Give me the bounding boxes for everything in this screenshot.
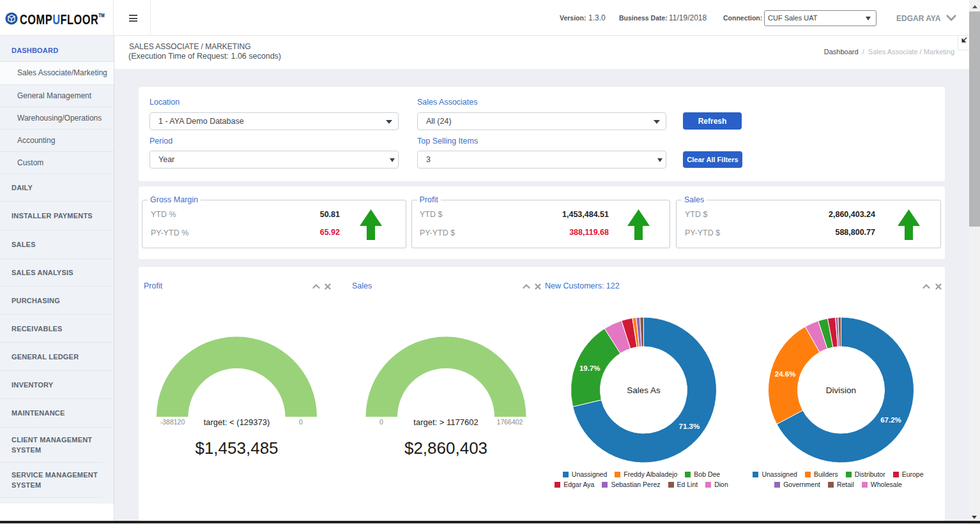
svg-text:1766402: 1766402 — [497, 418, 523, 426]
svg-text:0: 0 — [299, 418, 303, 426]
svg-text:Sales As: Sales As — [627, 386, 661, 395]
svg-text:0: 0 — [379, 418, 383, 426]
svg-text:24.6%: 24.6% — [775, 370, 796, 378]
svg-text:Division: Division — [826, 386, 856, 395]
svg-text:19.7%: 19.7% — [579, 364, 601, 372]
svg-text:$2,860,403: $2,860,403 — [404, 438, 487, 458]
svg-text:$1,453,485: $1,453,485 — [195, 438, 278, 458]
svg-text:target: < (129373): target: < (129373) — [204, 417, 270, 427]
svg-text:71.3%: 71.3% — [679, 423, 700, 430]
svg-text:target: > 1177602: target: > 1177602 — [413, 417, 478, 427]
svg-text:-388120: -388120 — [160, 418, 185, 426]
svg-text:67.2%: 67.2% — [880, 416, 901, 424]
